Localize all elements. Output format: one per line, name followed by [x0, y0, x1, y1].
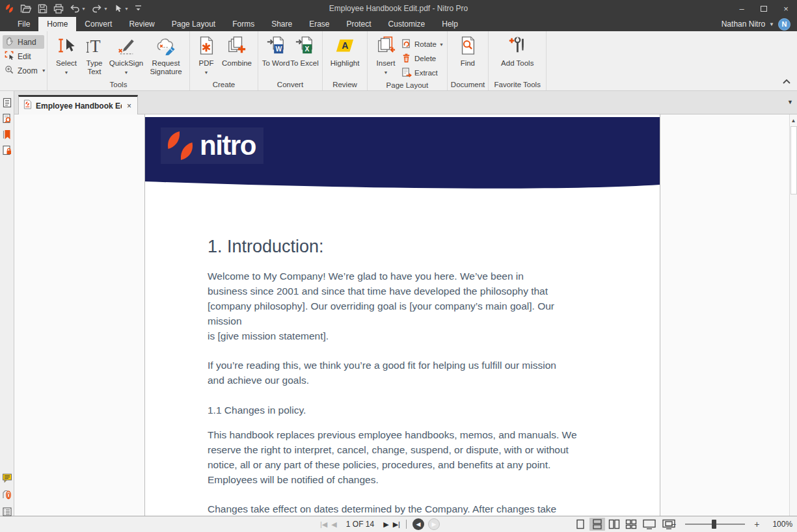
- single-page-view-button[interactable]: [573, 518, 588, 531]
- type-text-button[interactable]: T Type Text: [82, 34, 107, 76]
- document-header-banner: nitro: [145, 117, 660, 193]
- avatar[interactable]: N: [778, 18, 790, 31]
- select-dropdown-caret: ▼: [64, 68, 69, 77]
- fit-page-view-button[interactable]: [640, 518, 658, 531]
- outline-panel-icon[interactable]: [2, 507, 12, 517]
- pdf-button[interactable]: PDF ▼: [193, 34, 219, 77]
- menu-home[interactable]: Home: [38, 17, 76, 31]
- menu-file[interactable]: File: [9, 17, 38, 31]
- quicksign-dropdown-caret: ▼: [124, 68, 129, 77]
- history-back-button[interactable]: ◀: [412, 518, 424, 530]
- page-indicator[interactable]: 1 OF 14: [341, 520, 379, 529]
- document-tab-label: Employee Handbook Edit: [36, 101, 122, 111]
- rotate-button[interactable]: Rotate ▼: [401, 37, 444, 51]
- search-panel-icon[interactable]: [2, 113, 12, 124]
- undo-dropdown-caret[interactable]: ▼: [81, 7, 86, 11]
- page-navigation: |◀ ◀ 1 OF 14 ▶ ▶| ◀ ▶: [320, 516, 440, 532]
- extract-button[interactable]: Extract: [401, 66, 444, 80]
- delete-button[interactable]: Delete: [401, 51, 444, 66]
- print-button[interactable]: [53, 4, 64, 14]
- vertical-scrollbar[interactable]: ▲: [789, 114, 797, 516]
- add-tools-button[interactable]: Add Tools: [498, 34, 536, 68]
- to-word-label: To Word: [262, 59, 290, 68]
- to-excel-button[interactable]: X To Excel: [290, 34, 319, 68]
- scrollbar-thumb[interactable]: [790, 126, 797, 194]
- zoom-level[interactable]: 100%: [772, 520, 792, 529]
- combine-icon: [227, 36, 247, 59]
- insert-button[interactable]: Insert ▼: [371, 34, 401, 77]
- menu-forms[interactable]: Forms: [224, 17, 263, 31]
- menu-customize[interactable]: Customize: [380, 17, 434, 31]
- quick-access-toolbar: ▼ ▼ ▼: [0, 0, 142, 17]
- menu-review[interactable]: Review: [120, 17, 163, 31]
- customize-toolbar-button[interactable]: [135, 5, 142, 12]
- select-tool-dropdown-caret[interactable]: ▼: [124, 7, 129, 11]
- select-tool-button[interactable]: ▼: [114, 4, 129, 14]
- attachments-panel-icon[interactable]: [2, 490, 12, 500]
- zoom-in-button[interactable]: +: [750, 519, 763, 529]
- undo-button[interactable]: ▼: [70, 4, 86, 13]
- quicksign-button[interactable]: QuickSign ▼: [107, 34, 146, 77]
- redo-dropdown-caret[interactable]: ▼: [103, 7, 108, 11]
- last-page-button[interactable]: ▶|: [393, 520, 400, 529]
- select-label: Select: [56, 59, 77, 68]
- zoom-slider-handle[interactable]: [712, 520, 716, 529]
- next-page-button[interactable]: ▶: [383, 520, 388, 529]
- zoom-slider[interactable]: [685, 524, 745, 525]
- svg-text:X: X: [304, 46, 309, 53]
- quad-pages-view-button[interactable]: [623, 518, 639, 531]
- document-tab[interactable]: Employee Handbook Edit ×: [18, 95, 138, 114]
- ribbon-collapse-button[interactable]: [783, 75, 790, 86]
- menu-protect[interactable]: Protect: [338, 17, 380, 31]
- first-page-button[interactable]: |◀: [320, 520, 327, 529]
- pages-panel-icon[interactable]: [2, 98, 12, 108]
- select-button[interactable]: Select ▼: [51, 34, 82, 77]
- menu-share[interactable]: Share: [263, 17, 301, 31]
- statusbar: |◀ ◀ 1 OF 14 ▶ ▶| ◀ ▶: [0, 516, 797, 532]
- highlight-button[interactable]: A Highlight: [326, 34, 364, 68]
- zoom-mode-button[interactable]: Zoom ▼: [3, 64, 44, 77]
- edit-mode-button[interactable]: Edit: [3, 49, 44, 63]
- document-viewport[interactable]: nitro 1. Introduction: Welcome to My Com…: [14, 114, 789, 516]
- redo-button[interactable]: ▼: [92, 4, 108, 13]
- open-file-button[interactable]: [20, 4, 32, 14]
- comments-panel-icon[interactable]: [2, 473, 12, 483]
- insert-icon: [376, 36, 396, 59]
- hand-mode-button[interactable]: Hand: [3, 35, 44, 49]
- history-forward-button[interactable]: ▶: [428, 518, 440, 530]
- rotate-icon: [401, 38, 412, 51]
- account-menu[interactable]: Nathan Nitro ▼ N: [722, 17, 790, 31]
- tab-list-dropdown-icon[interactable]: ▼: [787, 99, 793, 105]
- security-panel-icon[interactable]: [2, 145, 12, 155]
- maximize-button[interactable]: [753, 0, 775, 17]
- facing-pages-view-button[interactable]: [606, 518, 622, 531]
- delete-icon: [401, 53, 412, 65]
- continuous-view-button[interactable]: [589, 518, 605, 531]
- previous-page-button[interactable]: ◀: [331, 520, 336, 529]
- nitro-wordmark: nitro: [200, 130, 256, 161]
- minimize-button[interactable]: –: [731, 0, 753, 17]
- group-label-document: Document: [451, 79, 485, 90]
- menu-erase[interactable]: Erase: [301, 17, 338, 31]
- menu-convert[interactable]: Convert: [76, 17, 120, 31]
- navigation-sidebar: [0, 91, 14, 516]
- bookmarks-panel-icon[interactable]: [2, 129, 12, 140]
- request-signature-button[interactable]: Request Signature: [146, 34, 186, 76]
- zoom-dropdown-caret: ▼: [42, 68, 46, 73]
- zoom-out-button[interactable]: −: [667, 519, 680, 529]
- find-button[interactable]: Find: [451, 34, 485, 68]
- ribbon: Hand Edit Zoom ▼: [0, 31, 797, 91]
- menu-page-layout[interactable]: Page Layout: [163, 17, 224, 31]
- scroll-up-arrow-icon[interactable]: ▲: [790, 114, 797, 126]
- group-label-review: Review: [326, 79, 364, 90]
- insert-dropdown-caret: ▼: [384, 68, 388, 77]
- save-button[interactable]: [38, 4, 47, 14]
- to-word-button[interactable]: W To Word: [262, 34, 290, 68]
- menu-help[interactable]: Help: [433, 17, 466, 31]
- select-icon: [57, 36, 76, 59]
- tab-close-icon[interactable]: ×: [126, 101, 133, 111]
- close-button[interactable]: ×: [775, 0, 797, 17]
- combine-button[interactable]: Combine: [219, 34, 254, 68]
- nitro-logo-icon: [5, 3, 14, 14]
- menubar: File Home Convert Review Page Layout For…: [0, 17, 797, 31]
